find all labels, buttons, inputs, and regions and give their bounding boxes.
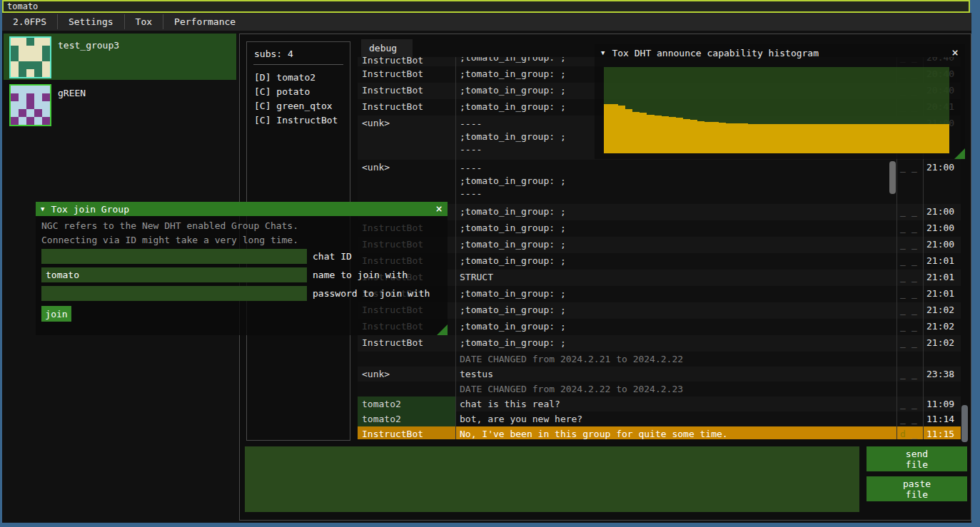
message-input[interactable] [245,446,859,512]
resize-grip[interactable] [437,324,448,335]
send-file-button[interactable]: send file [867,446,967,471]
message-row[interactable]: InstructBotNo, I've been in this group f… [358,426,961,439]
message-row[interactable]: InstructBot;tomato_in_group: ;__21:02 [358,302,961,319]
join-group-dialog[interactable]: ▼ Tox join Group × NGC refers to the New… [36,202,448,335]
histogram-bar [891,124,899,153]
tab-debug[interactable]: debug [361,39,413,57]
histogram-bar [712,122,719,153]
group-name: gREEN [58,88,86,98]
timestamp: 21:01 [926,288,954,299]
message-row[interactable]: InstructBot;tomato_in_group: ;__21:02 [358,319,961,335]
delivery-status-1: _ [900,162,906,173]
histogram-bar [704,122,712,153]
histogram-bar [849,124,856,153]
timestamp: 23:38 [926,369,954,379]
delivery-status-2: _ [911,162,917,173]
histogram-bar [740,123,747,153]
message-row[interactable]: InstructBot;tomato_in_group: ;__21:01 [358,253,961,270]
collapse-arrow-icon[interactable]: ▼ [601,49,605,56]
sender-name: <unk> [358,367,455,382]
join-password-field[interactable] [41,286,307,301]
sender-name: <unk> [358,116,455,160]
sender-name: <unk> [358,160,455,204]
histogram-bar [777,124,784,153]
message-row[interactable]: <unk>testus__23:38 [358,367,961,382]
sender-name: InstructBot [358,66,455,83]
histogram-bar [899,124,906,153]
histogram-bar [877,124,884,153]
histogram-bar [769,124,777,153]
collapse-arrow-icon[interactable]: ▼ [41,205,44,213]
date-changed-text: DATE CHANGED from 2024.2.21 to 2024.2.22 [460,354,683,364]
member-item[interactable]: [C] InstructBot [254,113,345,128]
histogram-bar [655,116,662,153]
histogram-bar [683,119,690,153]
delivery-status-1: _ [900,399,906,409]
histogram-bar [625,109,632,153]
histogram-window-titlebar[interactable]: ▼ Tox DHT announce capability histogram … [595,44,965,61]
menu-item-settings[interactable]: Settings [58,13,124,31]
join-dialog-titlebar[interactable]: ▼ Tox join Group × [36,202,448,216]
member-item[interactable]: [D] tomato2 [254,71,345,85]
message-row[interactable]: InstructBotSTRUCT__21:01 [358,270,961,286]
histogram-bar [920,124,927,153]
group-item-gREEN[interactable]: gREEN [4,81,236,123]
timestamp: 11:15 [926,429,954,439]
member-item[interactable]: [C] green_qtox [254,99,345,113]
histogram-bar [748,124,755,153]
histogram-bar [827,124,834,153]
date-separator-row[interactable]: DATE CHANGED from 2024.2.21 to 2024.2.22 [358,352,961,367]
menu-item-tox[interactable]: Tox [125,13,163,31]
chat-id-field[interactable] [41,249,307,264]
join-password-label: password to join with [313,288,430,299]
delivery-status-1: _ [900,337,906,348]
message-row[interactable]: tomato2chat is this real?__11:09 [358,396,961,411]
histogram-window[interactable]: ▼ Tox DHT announce capability histogram … [595,44,965,159]
os-titlebar[interactable]: tomato [2,0,970,13]
window-title: tomato [7,1,38,11]
sender-name: InstructBot [358,99,455,116]
message-row[interactable]: InstructBot;tomato_in_group: ;__21:01 [358,286,961,302]
close-icon[interactable]: × [951,47,959,58]
delivery-status-2: _ [911,414,917,424]
message-row[interactable]: tomato2bot, are you new here?__11:14 [358,411,961,426]
message-row[interactable]: InstructBot;tomato_in_group: ;__21:00 [358,237,961,253]
members-count: subs: 4 [254,48,293,59]
histogram-bar [870,124,877,153]
histogram-bar [726,123,733,153]
histogram-bar [755,124,762,153]
histogram-bar [913,124,920,153]
group-avatar [9,36,51,78]
histogram-bar [690,120,697,153]
message-row[interactable]: <unk>----;tomato_in_group: ;----__21:00 [358,160,961,204]
message-text: chat is this real? [460,399,560,409]
paste-file-button[interactable]: paste file [867,476,967,501]
histogram-bar [928,124,935,153]
group-item-test_group3[interactable]: test_group3 [4,34,236,80]
histogram-bar [604,104,611,153]
histogram-bar [733,123,740,153]
resize-grip[interactable] [954,148,965,159]
fps-indicator: 2.0FPS [2,13,57,31]
delivery-status-1: _ [900,255,906,266]
message-row[interactable]: InstructBot;tomato_in_group: ;__21:00 [358,220,961,237]
date-separator-row[interactable]: DATE CHANGED from 2024.2.22 to 2024.2.23 [358,382,961,396]
delivery-status-1: _ [900,239,906,250]
chat-scrollbar-thumb[interactable] [961,405,968,442]
message-row[interactable]: InstructBot;tomato_in_group: ;__21:02 [358,335,961,352]
message-row[interactable]: InstructBot;tomato_in_group: ;__21:00 [358,204,961,220]
join-button[interactable]: join [41,306,71,322]
timestamp: 11:09 [926,399,954,409]
member-item[interactable]: [C] potato [254,85,345,99]
timestamp: 21:02 [926,305,954,315]
close-icon[interactable]: × [435,203,443,215]
histogram-bar [805,124,812,153]
delivery-status-2: _ [911,288,917,299]
message-cell-scrollbar-thumb[interactable] [889,161,896,194]
delivery-status-1: _ [900,272,906,282]
menu-item-performance[interactable]: Performance [163,13,246,31]
delivery-status-1: _ [900,288,906,299]
timestamp: 21:01 [926,255,954,266]
message-text: ;tomato_in_group: ; [460,206,566,217]
join-name-field[interactable] [41,267,307,282]
